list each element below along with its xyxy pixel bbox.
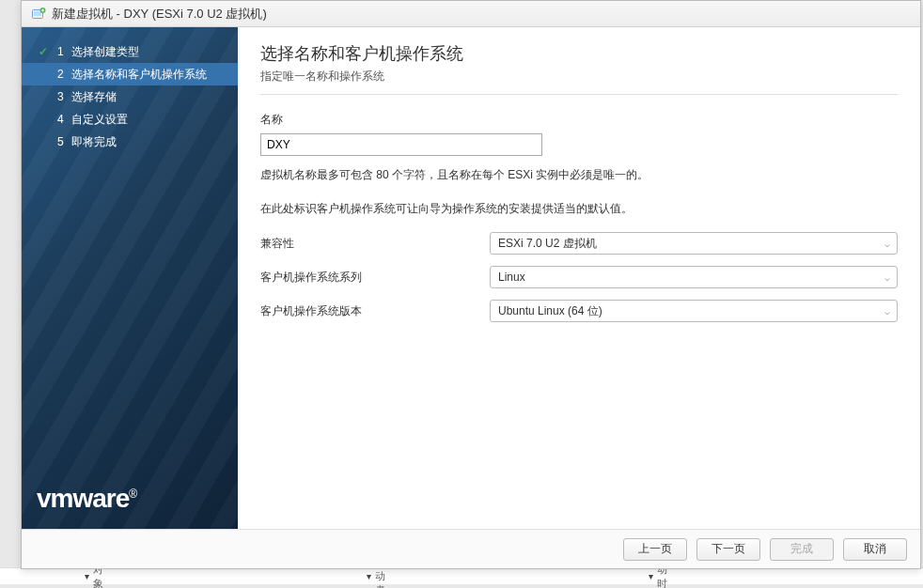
page-title: 选择名称和客户机操作系统	[260, 42, 898, 65]
back-button[interactable]: 上一页	[623, 538, 687, 561]
svg-rect-1	[34, 11, 41, 16]
cancel-button[interactable]: 取消	[843, 538, 907, 561]
step-spacer	[37, 113, 50, 126]
os-family-label: 客户机操作系统系列	[260, 270, 490, 286]
next-button[interactable]: 下一页	[696, 538, 760, 561]
step-spacer	[37, 68, 50, 81]
new-vm-dialog: 新建虚拟机 - DXY (ESXi 7.0 U2 虚拟机) ✓ 1 选择创建类型…	[21, 0, 921, 569]
os-family-row: 客户机操作系统系列 Linux ⌵	[260, 266, 898, 288]
checkmark-icon: ✓	[37, 45, 50, 58]
finish-button: 完成	[770, 538, 834, 561]
os-version-label: 客户机操作系统版本	[260, 303, 490, 319]
step-spacer	[37, 90, 50, 103]
sort-icon: ▾	[367, 571, 371, 581]
vmware-logo: vmware®	[22, 469, 238, 529]
wizard-step-1[interactable]: ✓ 1 选择创建类型	[22, 40, 238, 63]
wizard-step-list: ✓ 1 选择创建类型 2 选择名称和客户机操作系统 3 选择存储 4	[22, 27, 238, 153]
dialog-body: ✓ 1 选择创建类型 2 选择名称和客户机操作系统 3 选择存储 4	[22, 27, 920, 529]
wizard-step-5[interactable]: 5 即将完成	[22, 131, 238, 153]
os-version-row: 客户机操作系统版本 Ubuntu Linux (64 位) ⌵	[260, 300, 898, 322]
step-label: 选择名称和客户机操作系统	[71, 67, 207, 83]
os-family-select[interactable]: Linux	[490, 266, 898, 288]
compatibility-select[interactable]: ESXi 7.0 U2 虚拟机	[490, 232, 898, 255]
dialog-titlebar[interactable]: 新建虚拟机 - DXY (ESXi 7.0 U2 虚拟机)	[22, 1, 920, 27]
step-label: 即将完成	[71, 134, 117, 150]
wizard-step-2[interactable]: 2 选择名称和客户机操作系统	[22, 63, 238, 85]
sort-icon: ▾	[649, 571, 653, 581]
name-hint: 虚拟机名称最多可包含 80 个字符，且名称在每个 ESXi 实例中必须是唯一的。	[260, 165, 898, 186]
vm-name-input[interactable]	[260, 133, 542, 156]
step-label: 选择存储	[71, 89, 117, 105]
wizard-step-3[interactable]: 3 选择存储	[22, 85, 238, 108]
wizard-step-4[interactable]: 4 自定义设置	[22, 108, 238, 131]
compatibility-row: 兼容性 ESXi 7.0 U2 虚拟机 ⌵	[260, 232, 898, 255]
vm-new-icon	[31, 7, 46, 22]
wizard-main-pane: 选择名称和客户机操作系统 指定唯一名称和操作系统 名称 虚拟机名称最多可包含 8…	[238, 27, 920, 529]
sort-icon: ▾	[85, 571, 89, 581]
dialog-footer: 上一页 下一页 完成 取消	[22, 529, 920, 568]
os-hint: 在此处标识客户机操作系统可让向导为操作系统的安装提供适当的默认值。	[260, 199, 898, 220]
step-label: 自定义设置	[71, 112, 128, 128]
os-version-select[interactable]: Ubuntu Linux (64 位)	[490, 300, 898, 322]
page-subtitle: 指定唯一名称和操作系统	[260, 69, 898, 95]
compatibility-label: 兼容性	[260, 236, 490, 252]
background-status-row: ▾对象 ▾启动者 ▾启动时间 ▾结果	[0, 567, 923, 584]
step-spacer	[37, 135, 50, 148]
wizard-sidebar: ✓ 1 选择创建类型 2 选择名称和客户机操作系统 3 选择存储 4	[22, 27, 238, 529]
dialog-title: 新建虚拟机 - DXY (ESXi 7.0 U2 虚拟机)	[52, 6, 267, 23]
step-label: 选择创建类型	[71, 44, 139, 60]
name-label: 名称	[260, 112, 898, 128]
